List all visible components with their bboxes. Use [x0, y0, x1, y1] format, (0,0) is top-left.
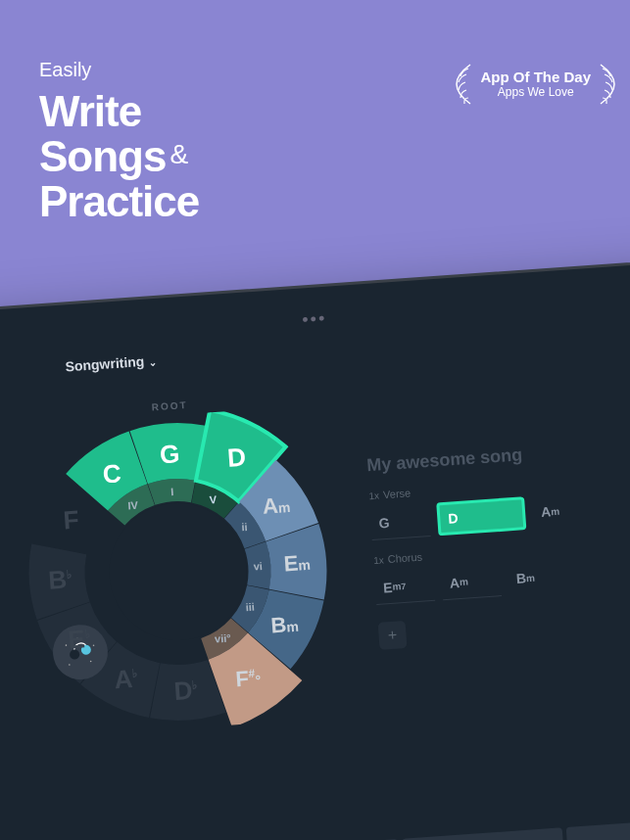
award-badge: App Of The Day Apps We Love: [480, 69, 591, 99]
chorus-chord-3[interactable]: Bm: [508, 558, 568, 595]
hero-title-2: Songs&: [39, 134, 591, 179]
song-panel: My awesome song 1xVerse G D Am 1xChorus …: [366, 435, 630, 650]
chorus-chord-1[interactable]: Em7: [374, 568, 435, 605]
toolbar-next-button[interactable]: ›: [565, 817, 630, 840]
chorus-chord-2[interactable]: Am: [441, 563, 502, 600]
laurel-left-icon: [451, 63, 476, 106]
chord-wheel[interactable]: C G D F B♭ E♭ A♭ D♭ IV I V ii vi iii vii…: [11, 404, 346, 739]
root-label: ROOT: [151, 399, 188, 413]
bottom-toolbar: ‹ ›: [0, 812, 630, 840]
mode-dropdown[interactable]: Songwriting ⌄: [65, 352, 158, 374]
song-title[interactable]: My awesome song: [366, 435, 630, 477]
award-title: App Of The Day: [480, 69, 591, 85]
award-subtitle: Apps We Love: [480, 85, 591, 99]
tablet-mockup: ••• Songwriting ⌄ ROOT: [0, 258, 630, 840]
hero-banner: Easily Write Songs& Practice App Of The …: [0, 0, 630, 313]
verse-chord-1[interactable]: G: [369, 503, 430, 540]
chevron-down-icon: ⌄: [146, 356, 158, 368]
verse-chord-2[interactable]: D: [436, 496, 526, 536]
laurel-right-icon: [595, 63, 620, 106]
verse-chord-3[interactable]: Am: [532, 493, 568, 529]
hero-title-3: Practice: [39, 179, 591, 224]
more-icon[interactable]: •••: [302, 308, 327, 331]
add-chord-button[interactable]: +: [378, 621, 408, 650]
toolbar-prev-button[interactable]: ‹: [402, 827, 564, 840]
